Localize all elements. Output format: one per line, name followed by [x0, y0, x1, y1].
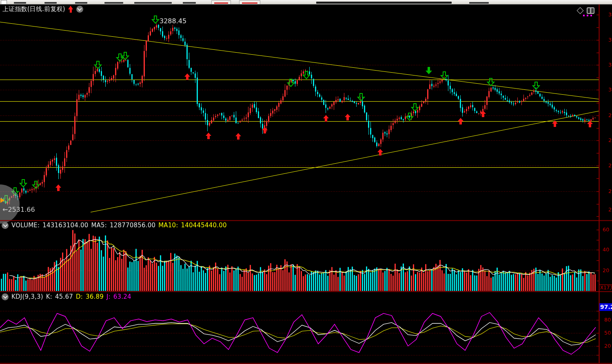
menu-item[interactable] — [183, 2, 196, 4]
chart-title: 上证指数(日线.前复权) — [2, 5, 65, 13]
peak-price-label: 3288.45 — [160, 17, 186, 25]
kdj-axis-label: 50 — [604, 330, 611, 335]
price-axis-label: 3 — [608, 87, 612, 92]
kdj-label: KDJ(9,3,3) — [11, 293, 43, 300]
kdj-k-value: 45.67 — [55, 293, 73, 300]
chart-canvas[interactable] — [0, 0, 612, 364]
price-axis-label: 2 — [608, 163, 612, 168]
collapse-kdj-chevron-icon[interactable] — [2, 293, 9, 300]
menu-red-button[interactable] — [239, 0, 260, 4]
volume-axis-label: 20 — [603, 268, 610, 273]
price-axis-label: 3 — [608, 62, 612, 67]
menu-item[interactable] — [14, 2, 26, 4]
low-price-label: ←2531.66 — [2, 206, 35, 213]
kdj-j-label: J: — [106, 293, 111, 300]
kdj-k-label: K: — [46, 293, 52, 300]
kdj-d-label: D: — [76, 293, 83, 300]
menu-bar[interactable] — [0, 0, 612, 4]
price-axis-label: 3 — [608, 12, 612, 17]
volume-ma10-value: 140445440.00 — [181, 222, 227, 229]
volume-multiplier-label: X17万 — [600, 285, 612, 290]
volume-axis-label: 40 — [603, 247, 610, 252]
corner-tools — [578, 7, 594, 14]
menu-item[interactable] — [44, 2, 57, 4]
main-chart-header: 上证指数(日线.前复权) — [2, 5, 83, 13]
menu-item[interactable] — [316, 2, 452, 4]
price-axis-label: 2 — [608, 207, 612, 212]
kdj-j-value: 63.24 — [113, 293, 131, 300]
volume-ma10-label: MA10: — [158, 222, 178, 229]
volume-axis-label: 60 — [603, 227, 610, 232]
menu-item[interactable] — [469, 2, 489, 4]
volume-value: 143163104.00 — [42, 222, 88, 229]
volume-header: VOLUME: 143163104.00 MA5: 128770856.00 M… — [2, 222, 227, 229]
menu-item[interactable] — [104, 2, 123, 4]
volume-label: VOLUME: — [11, 222, 40, 229]
price-axis-label: 3 — [608, 37, 612, 42]
up-arrow-icon — [68, 6, 73, 13]
diamond-icon[interactable] — [577, 7, 584, 14]
kdj-header: KDJ(9,3,3) K: 45.67 D: 36.89 J: 63.24 — [2, 293, 131, 300]
volume-ma5-label: MA5: — [91, 222, 107, 229]
collapse-main-chevron-icon[interactable] — [76, 6, 83, 13]
kdj-d-value: 36.89 — [86, 293, 104, 300]
window-layout-icon[interactable] — [587, 7, 594, 14]
price-axis-label: 2 — [608, 113, 612, 118]
kdj-axis-label: 20 — [604, 343, 611, 348]
app-icon — [1, 0, 7, 4]
kdj-axis-label: 80 — [604, 317, 611, 322]
price-axis-label: 2 — [608, 189, 612, 194]
menu-item[interactable] — [75, 2, 87, 4]
menu-red-button[interactable] — [211, 0, 231, 4]
price-axis-label: 2 — [608, 138, 612, 143]
volume-ma5-value: 128770856.00 — [110, 222, 155, 229]
menu-item[interactable] — [134, 2, 172, 4]
collapse-volume-chevron-icon[interactable] — [2, 222, 9, 229]
kdj-current-value-badge: 97.2 — [599, 303, 612, 311]
